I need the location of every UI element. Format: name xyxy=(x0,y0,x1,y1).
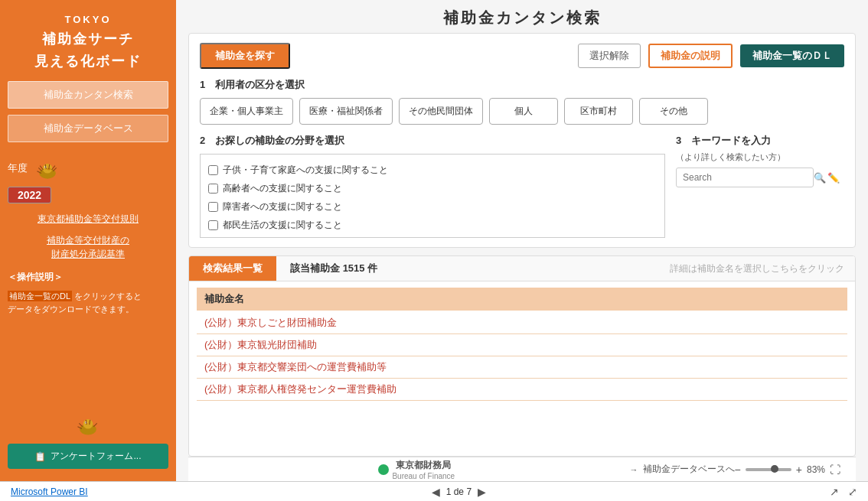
footer-org-sub: Bureau of Finance xyxy=(392,472,455,480)
pbi-icons: ↗ ⤢ xyxy=(830,486,857,498)
checkbox-0[interactable] xyxy=(208,165,218,175)
sidebar-item-kantan[interactable]: 補助金カンタン検索 xyxy=(8,81,168,109)
checkbox-label-0: 子供・子育て家庭への支援に関すること xyxy=(223,161,388,179)
main-content: 補助金カンタン検索 補助金を探す 選択解除 補助金の説明 補助金一覧のＤＬ 1 … xyxy=(176,0,868,481)
ops-desc-highlight: 補助金一覧のDL xyxy=(8,291,72,301)
sidebar-title: TOKYO 補助金サーチ 見える化ボード xyxy=(34,12,142,72)
checkbox-item-0[interactable]: 子供・子育て家庭への支援に関すること xyxy=(208,161,657,179)
page-total-num: 7 xyxy=(466,486,472,497)
share-icon[interactable]: ↗ xyxy=(830,486,839,498)
explain-button[interactable]: 補助金の説明 xyxy=(648,44,733,68)
sidebar-title-line1: TOKYO xyxy=(34,12,142,28)
pbi-pagination: ◀ 1 de 7 ▶ xyxy=(88,486,830,498)
field-section: 2 お探しの補助金の分野を選択 子供・子育て家庭への支援に関すること 高齢者への… xyxy=(200,134,665,238)
ops-label: ＜操作説明＞ xyxy=(8,271,63,284)
keyword-section: 3 キーワードを入力 （より詳しく検索したい方） 🔍 ✏️ xyxy=(676,134,844,187)
zoom-slider[interactable] xyxy=(746,468,791,471)
checkbox-item-1[interactable]: 高齢者への支援に関すること xyxy=(208,179,657,197)
footer-dot-icon xyxy=(378,464,389,475)
year-label: 年度 xyxy=(8,161,28,175)
panel-header: 補助金を探す 選択解除 補助金の説明 補助金一覧のＤＬ xyxy=(200,43,844,69)
hedgehog-bottom-icon xyxy=(74,412,102,439)
sidebar-title-line3: 見える化ボード xyxy=(34,50,142,73)
sidebar-link-rules[interactable]: 東京都補助金等交付規則 xyxy=(38,212,139,226)
page-current-num: 1 xyxy=(446,486,452,497)
year-badge[interactable]: 2022 xyxy=(8,187,51,203)
category-btn-0[interactable]: 企業・個人事業主 xyxy=(200,98,293,125)
checkbox-1[interactable] xyxy=(208,184,218,194)
checkbox-label-2: 障害者への支援に関すること xyxy=(223,197,342,216)
two-col-section: 2 お探しの補助金の分野を選択 子供・子育て家庭への支援に関すること 高齢者への… xyxy=(200,134,844,238)
year-section: 年度 2022 xyxy=(8,156,168,203)
checkbox-item-2[interactable]: 障害者への支援に関すること xyxy=(208,197,657,216)
category-btn-1[interactable]: 医療・福祉関係者 xyxy=(299,98,393,125)
table-row[interactable]: (公財）東京観光財団補助 xyxy=(197,334,847,356)
table-header: 補助金名 xyxy=(197,288,847,311)
search-icon: 🔍 xyxy=(814,172,826,184)
results-panel: 検索結果一覧 該当補助金 1515 件 詳細は補助金名を選択しこちらをクリック … xyxy=(188,255,856,457)
content-area: 補助金を探す 選択解除 補助金の説明 補助金一覧のＤＬ 1 利用者の区分を選択 … xyxy=(176,33,868,481)
fullscreen-icon[interactable]: ⛶ xyxy=(830,464,840,476)
footer-db-link-text[interactable]: 補助金データベースへ xyxy=(643,463,735,476)
ops-desc: 補助金一覧のDL をクリックするとデータをダウンロードできます。 xyxy=(8,290,168,315)
expand-icon[interactable]: ⤢ xyxy=(848,486,857,498)
survey-button[interactable]: 📋 アンケートフォーム... xyxy=(8,444,168,469)
zoom-plus-button[interactable]: + xyxy=(796,464,802,476)
zoom-slider-thumb xyxy=(771,465,778,473)
page-current: 1 de 7 xyxy=(446,486,472,497)
prev-page-button[interactable]: ◀ xyxy=(432,486,440,498)
table-row[interactable]: (公財）東京都人権啓発センター運営費補助 xyxy=(197,379,847,401)
checkbox-3[interactable] xyxy=(208,220,218,230)
sidebar-title-line2: 補助金サーチ xyxy=(34,28,142,50)
category-btn-4[interactable]: 区市町村 xyxy=(564,98,633,125)
powerbi-link[interactable]: Microsoft Power BI xyxy=(11,486,88,497)
edit-icon[interactable]: ✏️ xyxy=(827,172,840,184)
footer-db-link[interactable]: → 補助金データベースへ xyxy=(630,463,735,476)
search-input[interactable] xyxy=(676,168,814,187)
result-tab-detail: 詳細は補助金名を選択しこちらをクリック xyxy=(659,257,855,281)
checkbox-2[interactable] xyxy=(208,202,218,212)
svg-line-18 xyxy=(93,423,97,427)
checkbox-item-3[interactable]: 都民生活の支援に関すること xyxy=(208,216,657,234)
footer-org: 東京都財務局 xyxy=(392,459,455,472)
checkbox-list[interactable]: 子供・子育て家庭への支援に関すること 高齢者への支援に関すること 障害者への支援… xyxy=(200,154,665,238)
next-page-button[interactable]: ▶ xyxy=(478,486,486,498)
result-tab2-suffix: 件 xyxy=(367,262,377,274)
section2-label: 2 お探しの補助金の分野を選択 xyxy=(200,134,665,148)
category-btn-5[interactable]: その他 xyxy=(639,98,708,125)
survey-label: アンケートフォーム... xyxy=(51,450,141,463)
checkbox-label-3: 都民生活の支援に関すること xyxy=(223,216,342,234)
hedgehog-icon xyxy=(34,156,61,184)
result-table: 補助金名 (公財）東京しごと財団補助金 (公財）東京観光財団補助 (公財）東京都… xyxy=(189,281,855,456)
search-wrapper: 🔍 ✏️ xyxy=(676,168,844,187)
sidebar: TOKYO 補助金サーチ 見える化ボード 補助金カンタン検索 補助金データベース… xyxy=(0,0,176,481)
search-panel: 補助金を探す 選択解除 補助金の説明 補助金一覧のＤＬ 1 利用者の区分を選択 … xyxy=(188,33,856,248)
search-tab[interactable]: 補助金を探す xyxy=(200,43,290,69)
footer-bar: 東京都財務局 Bureau of Finance → 補助金データベースへ − … xyxy=(188,457,856,481)
svg-line-16 xyxy=(79,423,83,427)
clear-button[interactable]: 選択解除 xyxy=(578,44,641,68)
category-grid: 企業・個人事業主 医療・福祉関係者 その他民間団体 個人 区市町村 その他 xyxy=(200,98,844,125)
sidebar-link-assets[interactable]: 補助金等交付財産の 財産処分承認基準 xyxy=(47,233,129,261)
footer-logo: 東京都財務局 Bureau of Finance xyxy=(204,459,630,480)
table-row[interactable]: (公財）東京都交響楽団への運営費補助等 xyxy=(197,356,847,379)
result-tab2-prefix: 該当補助金 xyxy=(290,262,340,274)
category-btn-3[interactable]: 個人 xyxy=(489,98,558,125)
result-count: 1515 xyxy=(343,262,365,274)
category-btn-2[interactable]: その他民間団体 xyxy=(399,98,483,125)
section3-sub: （より詳しく検索したい方） xyxy=(676,151,844,163)
clipboard-icon: 📋 xyxy=(34,451,46,462)
result-tab-count[interactable]: 該当補助金 1515 件 xyxy=(276,256,391,281)
zoom-minus-button[interactable]: − xyxy=(735,464,741,476)
table-row[interactable]: (公財）東京しごと財団補助金 xyxy=(197,312,847,334)
result-tab-list[interactable]: 検索結果一覧 xyxy=(189,256,276,281)
footer-arrow-icon: → xyxy=(630,465,638,474)
download-button[interactable]: 補助金一覧のＤＬ xyxy=(740,44,844,67)
header-buttons: 選択解除 補助金の説明 補助金一覧のＤＬ xyxy=(578,44,844,68)
powerbi-footer: Microsoft Power BI ◀ 1 de 7 ▶ ↗ ⤢ xyxy=(0,481,868,501)
checkbox-label-1: 高齢者への支援に関すること xyxy=(223,179,342,197)
zoom-value: 83% xyxy=(807,464,825,475)
sidebar-item-database[interactable]: 補助金データベース xyxy=(8,115,168,142)
page-title: 補助金カンタン検索 xyxy=(176,0,868,33)
zoom-controls: − + 83% ⛶ xyxy=(735,464,840,476)
